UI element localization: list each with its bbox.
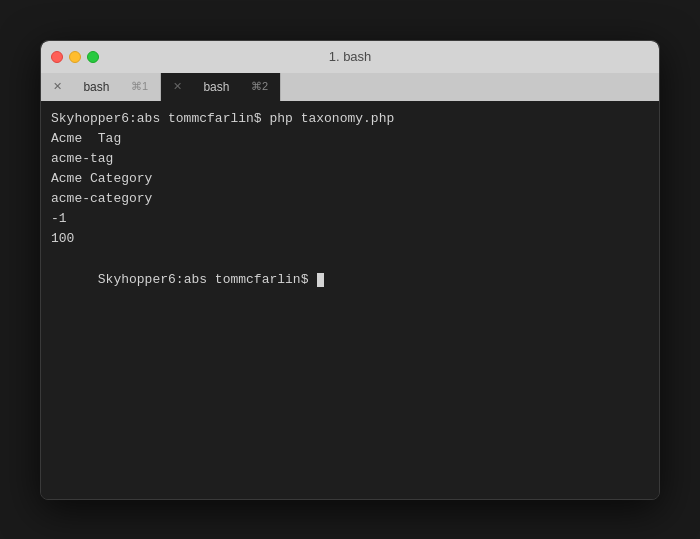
terminal-prompt-line: Skyhopper6:abs tommcfarlin$: [51, 249, 649, 309]
terminal-line-6: 100: [51, 229, 649, 249]
terminal-line-5: -1: [51, 209, 649, 229]
terminal-window: 1. bash ✕ bash ⌘1 ✕ bash ⌘2 Skyhopper6:a…: [40, 40, 660, 500]
terminal-body[interactable]: Skyhopper6:abs tommcfarlin$ php taxonomy…: [41, 101, 659, 499]
minimize-button[interactable]: [69, 51, 81, 63]
terminal-line-1: Acme Tag: [51, 129, 649, 149]
traffic-lights: [51, 51, 99, 63]
tab-2[interactable]: ✕ bash ⌘2: [161, 73, 281, 101]
tab-shortcut-2: ⌘2: [251, 80, 268, 93]
close-button[interactable]: [51, 51, 63, 63]
tab-name-2: bash: [188, 80, 245, 94]
terminal-line-2: acme-tag: [51, 149, 649, 169]
title-bar: 1. bash: [41, 41, 659, 73]
terminal-line-0: Skyhopper6:abs tommcfarlin$ php taxonomy…: [51, 109, 649, 129]
maximize-button[interactable]: [87, 51, 99, 63]
tab-bar: ✕ bash ⌘1 ✕ bash ⌘2: [41, 73, 659, 101]
tab-close-2[interactable]: ✕: [173, 80, 182, 93]
tab-close-1[interactable]: ✕: [53, 80, 62, 93]
window-title: 1. bash: [329, 49, 372, 64]
tab-1[interactable]: ✕ bash ⌘1: [41, 73, 161, 101]
terminal-line-3: Acme Category: [51, 169, 649, 189]
tab-name-1: bash: [68, 80, 125, 94]
prompt-text: Skyhopper6:abs tommcfarlin$: [98, 272, 316, 287]
terminal-line-4: acme-category: [51, 189, 649, 209]
cursor: [317, 273, 324, 287]
tab-shortcut-1: ⌘1: [131, 80, 148, 93]
